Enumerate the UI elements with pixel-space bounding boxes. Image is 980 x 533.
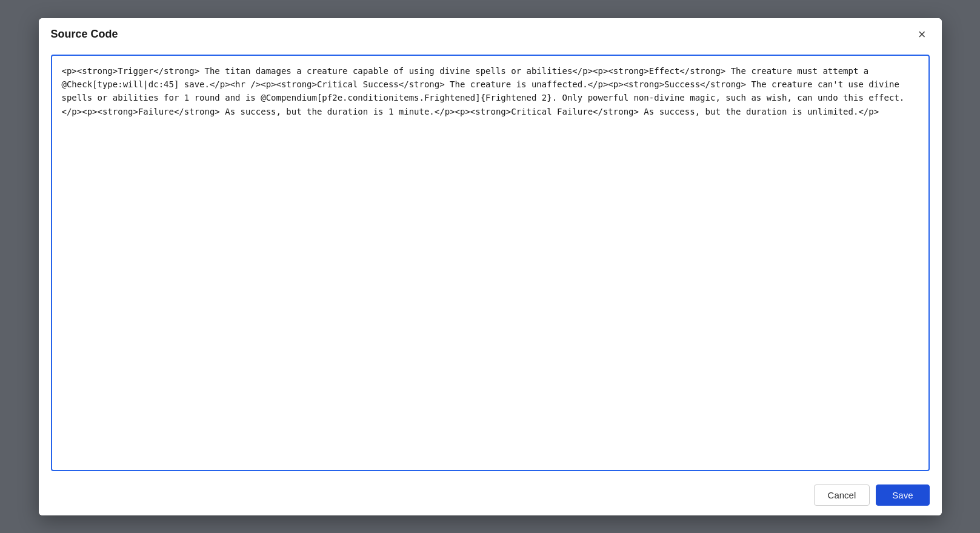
dialog-overlay: Source Code × Cancel Save [0,0,980,533]
dialog-body [39,50,942,477]
source-code-textarea[interactable] [51,55,930,471]
save-button[interactable]: Save [876,484,929,506]
dialog-header: Source Code × [39,18,942,50]
dialog-footer: Cancel Save [39,477,942,515]
dialog-title: Source Code [51,28,118,41]
cancel-button[interactable]: Cancel [814,484,870,506]
close-button[interactable]: × [915,27,930,42]
source-code-dialog: Source Code × Cancel Save [39,18,942,515]
